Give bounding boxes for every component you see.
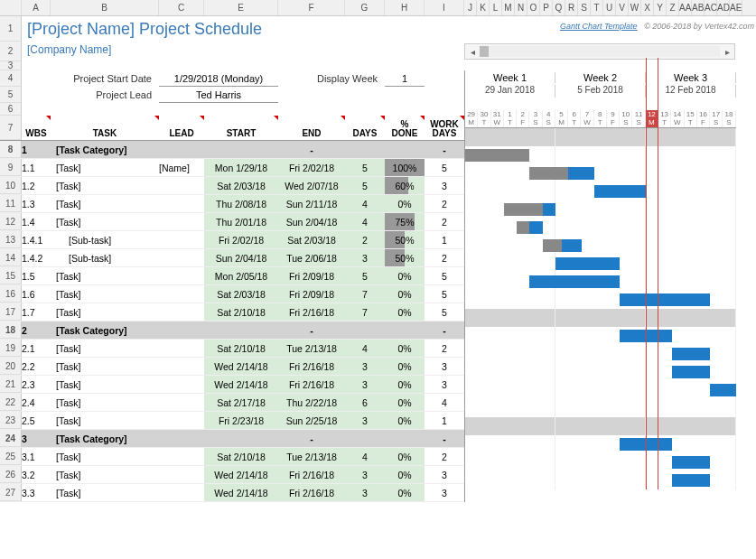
row-header-10[interactable]: 10: [0, 177, 22, 194]
gantt-bar[interactable]: [529, 275, 620, 288]
lead-cell[interactable]: [159, 267, 204, 284]
col-header-AB[interactable]: AB: [692, 0, 705, 15]
lead-cell[interactable]: [159, 394, 204, 411]
work-cell[interactable]: 5: [425, 159, 464, 176]
task-cell[interactable]: [Task]: [51, 267, 159, 284]
start-cell[interactable]: [204, 321, 278, 339]
col-header-M[interactable]: M: [502, 0, 515, 15]
lead-cell[interactable]: [159, 195, 204, 212]
work-cell[interactable]: 3: [425, 484, 464, 501]
days-cell[interactable]: 7: [345, 303, 385, 321]
pct-cell[interactable]: 0%: [385, 448, 425, 465]
col-header-AA[interactable]: AA: [679, 0, 692, 15]
task-cell[interactable]: [Task]: [51, 448, 159, 465]
pct-cell[interactable]: [385, 141, 425, 158]
task-cell[interactable]: [Task]: [51, 466, 159, 483]
end-cell[interactable]: Fri 2/16/18: [278, 484, 345, 501]
table-row[interactable]: 202.2[Task]Wed 2/14/18Fri 2/16/1830%3: [0, 358, 464, 376]
col-header-C[interactable]: C: [159, 0, 204, 15]
lead-cell[interactable]: [159, 177, 204, 194]
row-header-12[interactable]: 12: [0, 213, 22, 230]
lead-cell[interactable]: [159, 321, 204, 339]
wbs-cell[interactable]: 1.4: [22, 213, 51, 230]
start-cell[interactable]: Sat 2/10/18: [204, 303, 278, 321]
task-cell[interactable]: [Task]: [51, 484, 159, 501]
pct-cell[interactable]: 0%: [385, 285, 425, 303]
days-cell[interactable]: 3: [345, 376, 385, 393]
start-cell[interactable]: Wed 2/14/18: [204, 466, 278, 483]
end-cell[interactable]: Sun 2/25/18: [278, 412, 345, 429]
end-cell[interactable]: Fri 2/16/18: [278, 303, 345, 321]
table-row[interactable]: 182[Task Category]--: [0, 321, 464, 340]
lead-cell[interactable]: [159, 249, 204, 266]
end-cell[interactable]: Fri 2/16/18: [278, 358, 345, 375]
row-header-2[interactable]: 2: [0, 42, 22, 61]
gantt-bar[interactable]: [620, 330, 671, 342]
row-header-25[interactable]: 25: [0, 448, 22, 465]
wbs-cell[interactable]: 2: [22, 321, 51, 339]
table-row[interactable]: 243[Task Category]--: [0, 430, 464, 448]
pct-cell[interactable]: 0%: [385, 303, 425, 321]
col-header-task[interactable]: TASK: [51, 116, 159, 140]
lead-cell[interactable]: [Name]: [159, 159, 204, 176]
days-cell[interactable]: 4: [345, 448, 385, 465]
wbs-cell[interactable]: 1.4.2: [22, 249, 51, 266]
scroll-right-icon[interactable]: ▸: [720, 47, 734, 57]
col-header-U[interactable]: U: [603, 0, 616, 15]
end-cell[interactable]: Sat 2/03/18: [278, 231, 345, 248]
lead-value[interactable]: Ted Harris: [159, 87, 278, 103]
task-cell[interactable]: [Task]: [51, 159, 159, 176]
lead-cell[interactable]: [159, 376, 204, 393]
row-header-23[interactable]: 23: [0, 412, 22, 429]
days-cell[interactable]: 5: [345, 267, 385, 284]
days-cell[interactable]: 3: [345, 466, 385, 483]
row-header-9[interactable]: 9: [0, 159, 22, 176]
days-cell[interactable]: 3: [345, 249, 385, 266]
days-cell[interactable]: 4: [345, 340, 385, 357]
wbs-cell[interactable]: 1.5: [22, 267, 51, 284]
display-week-value[interactable]: 1: [385, 70, 425, 87]
gantt-bar[interactable]: [672, 456, 711, 469]
col-header-Z[interactable]: Z: [667, 0, 679, 15]
start-cell[interactable]: [204, 141, 278, 158]
wbs-cell[interactable]: 3.1: [22, 448, 51, 465]
col-header-start[interactable]: START: [204, 116, 278, 140]
pct-cell[interactable]: 75%: [385, 213, 425, 230]
col-header-wbs[interactable]: WBS: [22, 116, 51, 140]
end-cell[interactable]: Fri 2/09/18: [278, 267, 345, 284]
start-cell[interactable]: Mon 1/29/18: [204, 159, 278, 176]
row-header-26[interactable]: 26: [0, 466, 22, 483]
task-cell[interactable]: [Task]: [51, 394, 159, 411]
row-header-13[interactable]: 13: [0, 231, 22, 248]
end-cell[interactable]: -: [278, 141, 345, 158]
work-cell[interactable]: -: [425, 430, 464, 447]
task-cell[interactable]: [Task]: [51, 177, 159, 194]
days-cell[interactable]: [345, 321, 385, 339]
task-cell[interactable]: [Task]: [51, 340, 159, 357]
row-header-27[interactable]: 27: [0, 484, 22, 501]
work-cell[interactable]: 2: [425, 249, 464, 266]
table-row[interactable]: 192.1[Task]Sat 2/10/18Tue 2/13/1840%2: [0, 340, 464, 358]
col-header-R[interactable]: R: [565, 0, 578, 15]
task-cell[interactable]: [Task]: [51, 358, 159, 375]
end-cell[interactable]: -: [278, 430, 345, 447]
work-cell[interactable]: 3: [425, 358, 464, 375]
table-row[interactable]: 232.5[Task]Fri 2/23/18Sun 2/25/1830%1: [0, 412, 464, 430]
lead-cell[interactable]: [159, 213, 204, 230]
col-header-X[interactable]: X: [641, 0, 654, 15]
pct-cell[interactable]: 0%: [385, 195, 425, 212]
pct-cell[interactable]: 0%: [385, 412, 425, 429]
col-header-V[interactable]: V: [616, 0, 629, 15]
start-cell[interactable]: Wed 2/14/18: [204, 358, 278, 375]
end-cell[interactable]: Thu 2/22/18: [278, 394, 345, 411]
col-header-P[interactable]: P: [540, 0, 553, 15]
wbs-cell[interactable]: 2.4: [22, 394, 51, 411]
task-cell[interactable]: [Sub-task]: [51, 249, 159, 266]
table-row[interactable]: 171.7[Task]Sat 2/10/18Fri 2/16/1870%5: [0, 303, 464, 321]
end-cell[interactable]: Sun 2/11/18: [278, 195, 345, 212]
col-header-end[interactable]: END: [278, 116, 345, 140]
gantt-bar[interactable]: [672, 348, 711, 360]
days-cell[interactable]: 3: [345, 358, 385, 375]
table-row[interactable]: 111.3[Task]Thu 2/08/18Sun 2/11/1840%2: [0, 195, 464, 213]
col-header-N[interactable]: N: [515, 0, 527, 15]
